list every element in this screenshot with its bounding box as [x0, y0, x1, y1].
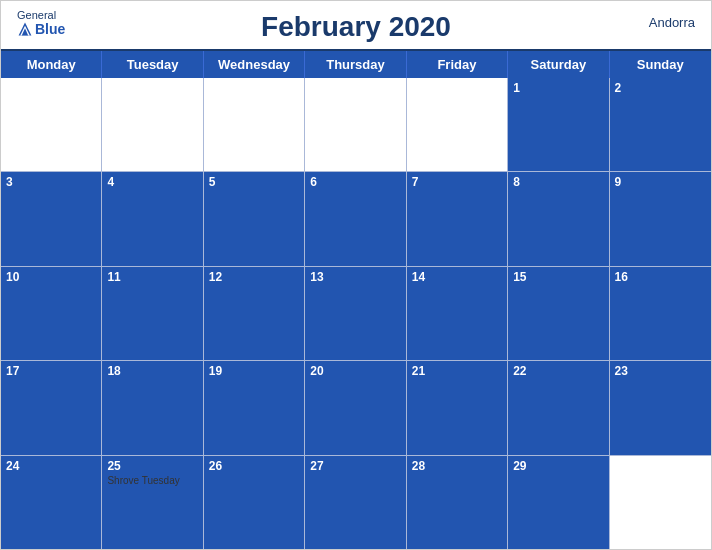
- cell-number: 27: [310, 459, 400, 473]
- cell-number: 4: [107, 175, 197, 189]
- cal-cell: 20: [305, 361, 406, 454]
- day-name-wednesday: Wednesday: [204, 51, 305, 78]
- cal-cell: 10: [1, 267, 102, 360]
- logo-general: General: [17, 9, 56, 21]
- cal-cell: 27: [305, 456, 406, 549]
- cal-cell: 17: [1, 361, 102, 454]
- cell-number: 1: [513, 81, 603, 95]
- cell-number: 22: [513, 364, 603, 378]
- logo-blue-text: Blue: [35, 21, 65, 37]
- cal-cell: 28: [407, 456, 508, 549]
- cal-cell: 7: [407, 172, 508, 265]
- logo: General Blue: [17, 9, 65, 37]
- cal-cell: 4: [102, 172, 203, 265]
- cal-cell: 29: [508, 456, 609, 549]
- calendar-country: Andorra: [649, 15, 695, 30]
- cell-number: 17: [6, 364, 96, 378]
- cell-number: 20: [310, 364, 400, 378]
- week-4: 17181920212223: [1, 361, 711, 455]
- cal-cell: 1: [508, 78, 609, 171]
- cell-event: Shrove Tuesday: [107, 475, 197, 486]
- cal-cell: 2: [610, 78, 711, 171]
- cal-cell: 15: [508, 267, 609, 360]
- cell-number: 21: [412, 364, 502, 378]
- cal-cell: 13: [305, 267, 406, 360]
- cal-cell: [610, 456, 711, 549]
- cell-number: 26: [209, 459, 299, 473]
- cal-cell: 14: [407, 267, 508, 360]
- cell-number: 2: [615, 81, 706, 95]
- cell-number: 8: [513, 175, 603, 189]
- calendar-title: February 2020: [17, 11, 695, 43]
- week-1: 12: [1, 78, 711, 172]
- cal-cell: 3: [1, 172, 102, 265]
- cal-cell: 9: [610, 172, 711, 265]
- cell-number: 7: [412, 175, 502, 189]
- cal-cell: 5: [204, 172, 305, 265]
- calendar-body: 1234567891011121314151617181920212223242…: [1, 78, 711, 549]
- logo-blue: Blue: [17, 21, 65, 37]
- cell-number: 13: [310, 270, 400, 284]
- cal-cell: 19: [204, 361, 305, 454]
- cal-cell: 21: [407, 361, 508, 454]
- cal-cell: 18: [102, 361, 203, 454]
- cell-number: 9: [615, 175, 706, 189]
- days-header: MondayTuesdayWednesdayThursdayFridaySatu…: [1, 51, 711, 78]
- cal-cell: 25Shrove Tuesday: [102, 456, 203, 549]
- calendar-header: General Blue February 2020 Andorra: [1, 1, 711, 49]
- day-name-tuesday: Tuesday: [102, 51, 203, 78]
- cal-cell: [102, 78, 203, 171]
- cell-number: 19: [209, 364, 299, 378]
- calendar-grid: MondayTuesdayWednesdayThursdayFridaySatu…: [1, 49, 711, 549]
- cell-number: 15: [513, 270, 603, 284]
- cal-cell: 22: [508, 361, 609, 454]
- day-name-saturday: Saturday: [508, 51, 609, 78]
- day-name-friday: Friday: [407, 51, 508, 78]
- cell-number: 12: [209, 270, 299, 284]
- cal-cell: 16: [610, 267, 711, 360]
- week-2: 3456789: [1, 172, 711, 266]
- cell-number: 5: [209, 175, 299, 189]
- cell-number: 24: [6, 459, 96, 473]
- cell-number: 29: [513, 459, 603, 473]
- cell-number: 14: [412, 270, 502, 284]
- cell-number: 16: [615, 270, 706, 284]
- calendar: General Blue February 2020 Andorra Monda…: [0, 0, 712, 550]
- week-5: 2425Shrove Tuesday26272829: [1, 456, 711, 549]
- day-name-sunday: Sunday: [610, 51, 711, 78]
- cal-cell: 6: [305, 172, 406, 265]
- day-name-thursday: Thursday: [305, 51, 406, 78]
- cell-number: 23: [615, 364, 706, 378]
- cal-cell: 8: [508, 172, 609, 265]
- cal-cell: [204, 78, 305, 171]
- cal-cell: 23: [610, 361, 711, 454]
- cell-number: 10: [6, 270, 96, 284]
- cell-number: 25: [107, 459, 197, 473]
- cal-cell: [305, 78, 406, 171]
- cal-cell: [407, 78, 508, 171]
- cell-number: 6: [310, 175, 400, 189]
- week-3: 10111213141516: [1, 267, 711, 361]
- cal-cell: [1, 78, 102, 171]
- cal-cell: 11: [102, 267, 203, 360]
- logo-icon: [17, 21, 33, 37]
- cal-cell: 24: [1, 456, 102, 549]
- cell-number: 3: [6, 175, 96, 189]
- cal-cell: 12: [204, 267, 305, 360]
- day-name-monday: Monday: [1, 51, 102, 78]
- cal-cell: 26: [204, 456, 305, 549]
- cell-number: 11: [107, 270, 197, 284]
- cell-number: 28: [412, 459, 502, 473]
- cell-number: 18: [107, 364, 197, 378]
